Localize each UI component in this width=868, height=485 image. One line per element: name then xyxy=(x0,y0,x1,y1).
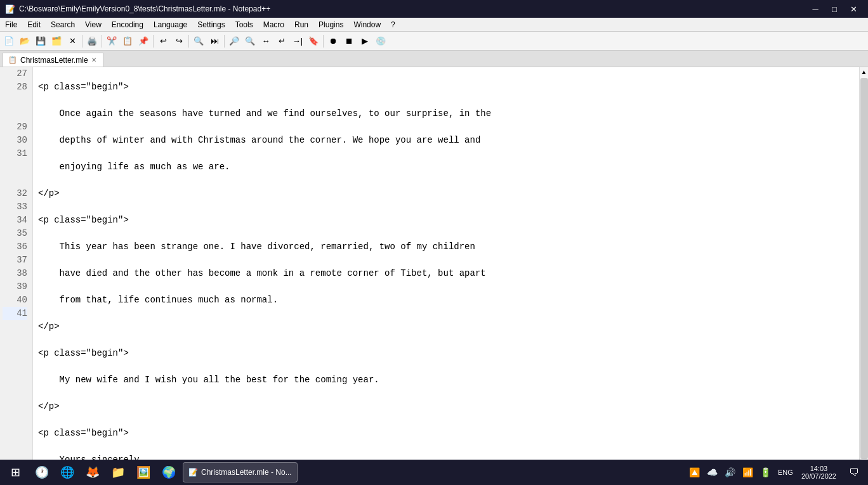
find-button[interactable]: 🔍 xyxy=(191,34,206,49)
window-title: C:\Bosware\Emily\EmilyVersion0_8\tests\C… xyxy=(19,4,270,13)
code-line-32: </p> xyxy=(38,320,859,333)
save-button[interactable]: 💾 xyxy=(33,34,48,49)
save-all-button[interactable]: 🗂️ xyxy=(49,34,64,49)
tray-arrow-icon[interactable]: 🔼 xyxy=(687,461,702,484)
play-button[interactable]: ▶ xyxy=(357,34,372,49)
taskbar-active-app[interactable]: 📝 ChristmasLetter.mle - No... xyxy=(183,462,298,482)
taskbar-app5-icon[interactable]: 🌍 xyxy=(157,461,180,484)
menu-file[interactable]: File xyxy=(0,18,22,31)
tray-notification-button[interactable]: 🗨 xyxy=(843,461,865,484)
taskbar-firefox-icon[interactable]: 🦊 xyxy=(81,461,104,484)
redo-button[interactable]: ↪ xyxy=(171,34,187,49)
menu-macro[interactable]: Macro xyxy=(258,18,289,31)
menu-search[interactable]: Search xyxy=(46,18,80,31)
tray-battery-icon[interactable]: 🔋 xyxy=(758,461,773,484)
record-button[interactable]: ⏺ xyxy=(326,34,341,49)
cut-button[interactable]: ✂️ xyxy=(104,34,119,49)
code-line-29: </p> xyxy=(38,187,859,200)
code-line-30: <p class="begin"> xyxy=(38,214,859,227)
taskbar-photos-icon[interactable]: 🖼️ xyxy=(132,461,155,484)
save-macro-button[interactable]: 💿 xyxy=(373,34,388,49)
close-button[interactable]: ✕ xyxy=(844,0,863,18)
toolbar-separator-3 xyxy=(153,35,154,48)
toolbar-separator-2 xyxy=(102,35,102,48)
code-line-36: <p class="begin"> xyxy=(38,427,859,440)
tab-close-button[interactable]: ✕ xyxy=(91,56,96,63)
new-button[interactable]: 📄 xyxy=(1,34,16,49)
menu-encoding[interactable]: Encoding xyxy=(107,18,148,31)
taskbar-clock-icon[interactable]: 🕐 xyxy=(30,461,53,484)
find-next-button[interactable]: ⏭ xyxy=(207,34,222,49)
menu-view[interactable]: View xyxy=(80,18,107,31)
toolbar: 📄 📂 💾 🗂️ ✕ 🖨️ ✂️ 📋 📌 ↩ ↪ 🔍 ⏭ 🔎 🔍 ↔ ↵ →| … xyxy=(0,32,868,51)
print-button[interactable]: 🖨️ xyxy=(84,34,100,49)
tray-clock[interactable]: 14:03 20/07/2022 xyxy=(798,461,840,484)
editor-area[interactable]: 27 28 29 30 31 32 33 34 35 36 37 38 39 4… xyxy=(0,67,868,470)
tray-language-icon[interactable]: ENG xyxy=(776,461,795,484)
line-numbers: 27 28 29 30 31 32 33 34 35 36 37 38 39 4… xyxy=(0,67,33,470)
tab-file-icon: 📋 xyxy=(8,56,17,64)
open-button[interactable]: 📂 xyxy=(17,34,32,49)
vertical-scrollbar[interactable]: ▲ ▼ xyxy=(859,67,868,470)
scroll-up-button[interactable]: ▲ xyxy=(860,67,868,77)
tab-christmasletter[interactable]: 📋 ChristmasLetter.mle ✕ xyxy=(3,53,103,67)
code-line-31a: This year has been strange one. I have d… xyxy=(38,240,859,254)
toolbar-separator-5 xyxy=(224,35,225,48)
zoom-in-button[interactable]: 🔎 xyxy=(227,34,242,49)
toolbar-separator-6 xyxy=(323,35,324,48)
tray-onedrive-icon[interactable]: ☁️ xyxy=(705,461,720,484)
taskbar-search-icon[interactable]: 🌐 xyxy=(56,461,79,484)
code-line-28c: enjoying life as much as we are. xyxy=(38,160,859,174)
sync-scroll-button[interactable]: ↔ xyxy=(258,34,273,49)
start-button[interactable]: ⊞ xyxy=(3,461,28,484)
code-line-28a: Once again the seasons have turned and w… xyxy=(38,107,859,120)
taskbar: ⊞ 🕐 🌐 🦊 📁 🖼️ 🌍 📝 ChristmasLetter.mle - N… xyxy=(0,460,868,485)
tray-date: 20/07/2022 xyxy=(801,472,836,480)
menu-tools[interactable]: Tools xyxy=(230,18,258,31)
menu-bar: File Edit Search View Encoding Language … xyxy=(0,18,868,32)
code-line-28b: depths of winter and with Christmas arou… xyxy=(38,134,859,147)
toolbar-separator-4 xyxy=(188,35,189,48)
code-line-31b: have died and the other has become a mon… xyxy=(38,267,859,280)
menu-settings[interactable]: Settings xyxy=(192,18,230,31)
active-app-icon: 📝 xyxy=(188,468,198,477)
undo-button[interactable]: ↩ xyxy=(155,34,171,49)
window-controls: ─ □ ✕ xyxy=(806,0,863,18)
indent-button[interactable]: →| xyxy=(290,34,305,49)
scroll-thumb[interactable] xyxy=(860,78,868,459)
app-icon: 📝 xyxy=(5,4,15,14)
close-button[interactable]: ✕ xyxy=(65,34,80,49)
system-tray: 🔼 ☁️ 🔊 📶 🔋 ENG 14:03 20/07/2022 🗨 xyxy=(687,461,865,484)
bookmarks-button[interactable]: 🔖 xyxy=(306,34,321,49)
tray-time: 14:03 xyxy=(810,465,828,472)
menu-window[interactable]: Window xyxy=(348,18,386,31)
minimize-button[interactable]: ─ xyxy=(806,0,825,18)
menu-language[interactable]: Language xyxy=(148,18,192,31)
code-line-35: </p> xyxy=(38,400,859,413)
tray-network-icon[interactable]: 📶 xyxy=(740,461,756,484)
tab-bar: 📋 ChristmasLetter.mle ✕ xyxy=(0,51,868,67)
code-line-31c: from that, life continues much as normal… xyxy=(38,294,859,307)
menu-plugins[interactable]: Plugins xyxy=(313,18,348,31)
menu-edit[interactable]: Edit xyxy=(22,18,46,31)
tray-volume-icon[interactable]: 🔊 xyxy=(723,461,738,484)
zoom-out-button[interactable]: 🔍 xyxy=(242,34,258,49)
code-line-27: <p class="begin"> xyxy=(38,81,859,94)
code-line-33: <p class="begin"> xyxy=(38,347,859,360)
copy-button[interactable]: 📋 xyxy=(120,34,135,49)
menu-run[interactable]: Run xyxy=(289,18,313,31)
stop-button[interactable]: ⏹ xyxy=(341,34,357,49)
toolbar-separator-1 xyxy=(82,35,82,48)
paste-button[interactable]: 📌 xyxy=(136,34,151,49)
maximize-button[interactable]: □ xyxy=(825,0,844,18)
active-app-label: ChristmasLetter.mle - No... xyxy=(201,468,292,477)
editor-content[interactable]: <p class="begin"> Once again the seasons… xyxy=(33,67,859,470)
code-line-34: My new wife and I wish you all the best … xyxy=(38,373,859,387)
menu-help[interactable]: ? xyxy=(386,18,400,31)
taskbar-files-icon[interactable]: 📁 xyxy=(107,461,129,484)
tab-label: ChristmasLetter.mle xyxy=(20,56,88,65)
title-bar: 📝 C:\Bosware\Emily\EmilyVersion0_8\tests… xyxy=(0,0,868,18)
word-wrap-button[interactable]: ↵ xyxy=(274,34,289,49)
